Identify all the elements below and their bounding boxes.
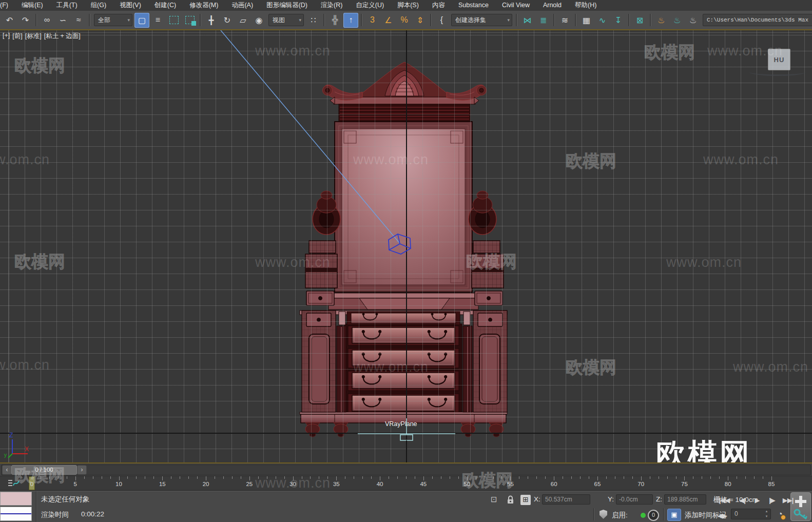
- use-pivot-point-center-icon[interactable]: ∷: [306, 13, 321, 28]
- menu-modifiers[interactable]: 修改器(M): [183, 0, 225, 11]
- curve-editor-icon[interactable]: ∿: [595, 13, 610, 28]
- time-slider-prev-button[interactable]: ‹: [2, 465, 12, 475]
- time-tag-cube-button[interactable]: ▣: [667, 509, 681, 521]
- z-coordinate-field[interactable]: 189.885cm: [664, 494, 706, 505]
- percent-snap-toggle-icon[interactable]: %: [397, 13, 412, 28]
- spinner-snap-toggle-icon[interactable]: ⇕: [413, 13, 428, 28]
- ruler-tick: [84, 476, 85, 479]
- security-zero-badge[interactable]: 0: [648, 510, 659, 521]
- select-and-place-icon[interactable]: ◉: [252, 13, 266, 28]
- select-and-scale-icon[interactable]: ▱: [236, 13, 250, 28]
- ruler-tick: [536, 476, 537, 479]
- select-object-icon[interactable]: ▢: [134, 13, 149, 28]
- menu-edit[interactable]: 编辑(E): [15, 0, 50, 11]
- menu-content[interactable]: 内容: [426, 0, 452, 11]
- render-production-icon[interactable]: ♨: [686, 13, 701, 28]
- track-bar[interactable]: 0510152025303540455055606570758085: [0, 476, 812, 491]
- toggle-ribbon-icon[interactable]: ▦: [579, 13, 594, 28]
- select-and-move-icon[interactable]: ╋: [204, 13, 219, 28]
- frame-spinner[interactable]: ▴▾: [763, 509, 770, 519]
- mirror-icon[interactable]: ⋈: [520, 13, 535, 28]
- snap-toggle-3d-icon[interactable]: 3: [365, 13, 380, 28]
- unlink-icon[interactable]: ∽: [55, 13, 70, 28]
- viewport-menu-pov[interactable]: [前]: [12, 32, 22, 41]
- key-mode-toggle-button[interactable]: ◀▶: [716, 510, 729, 522]
- menu-group[interactable]: 组(G): [84, 0, 113, 11]
- x-coordinate-label: X:: [534, 495, 540, 503]
- window-crossing-toggle-icon[interactable]: [182, 13, 197, 28]
- viewport-menu-general[interactable]: [+]: [3, 32, 10, 41]
- menu-animation[interactable]: 动画(A): [225, 0, 260, 11]
- menu-substance[interactable]: Substance: [452, 0, 495, 11]
- absolute-mode-transform-icon[interactable]: ⊞: [520, 495, 531, 505]
- angle-snap-toggle-icon[interactable]: ∠: [381, 13, 396, 28]
- named-selection-sets-dropdown[interactable]: 创建选择集▾: [451, 14, 512, 26]
- undo-icon[interactable]: ↶: [2, 13, 17, 28]
- ruler-tick: [710, 476, 711, 479]
- edit-named-selection-sets-icon[interactable]: {: [434, 13, 449, 28]
- viewport-menu-shading[interactable]: [粘土 + 边面]: [44, 32, 81, 41]
- viewport-front[interactable]: Z X y [+][前][标准][粘土 + 边面] VRayPlane HU 欧…: [0, 29, 812, 463]
- macro-recorder-mini-listener[interactable]: [0, 492, 32, 506]
- ruler-tick: [606, 476, 607, 479]
- menu-rendering[interactable]: 渲染(R): [314, 0, 349, 11]
- ruler-tick: [528, 476, 528, 479]
- selected-helper-gizmo[interactable]: Z X y: [0, 30, 812, 463]
- select-by-name-icon[interactable]: ≡: [150, 13, 165, 28]
- ruler-tick: [102, 476, 102, 479]
- menu-tools[interactable]: 工具(T): [50, 0, 84, 11]
- project-folder-dropdown[interactable]: C:\Users\Han\Documents\3ds Max 2022▾: [703, 14, 812, 26]
- ruler-tick: [371, 476, 372, 479]
- ruler-tick: [258, 476, 259, 479]
- menu-help[interactable]: 帮助(H): [568, 0, 603, 11]
- select-and-rotate-icon[interactable]: ↻: [220, 13, 235, 28]
- ruler-tick: [641, 476, 642, 480]
- toggle-layer-explorer-icon[interactable]: ≋: [557, 13, 572, 28]
- menu-customize[interactable]: 自定义(U): [349, 0, 391, 11]
- viewport-menu-renderer[interactable]: [标准]: [25, 32, 42, 41]
- menu-graph-editors[interactable]: 图形编辑器(D): [260, 0, 314, 11]
- time-slider-next-button[interactable]: ›: [77, 465, 87, 475]
- menu-create[interactable]: 创建(C): [148, 0, 183, 11]
- menu-file[interactable]: 文件(F): [0, 0, 15, 11]
- ruler-tick: [215, 476, 215, 479]
- mini-curve-editor-button[interactable]: [6, 478, 21, 489]
- maxscript-mini-listener[interactable]: [0, 507, 32, 521]
- time-slider-groove[interactable]: [1, 465, 811, 475]
- redo-icon[interactable]: ↷: [18, 13, 33, 28]
- bind-to-space-warp-icon[interactable]: ≈: [71, 13, 86, 28]
- align-icon[interactable]: ≣: [536, 13, 551, 28]
- svg-text:Z: Z: [9, 432, 13, 439]
- ruler-tick-label: 5: [74, 481, 77, 487]
- viewcube-swirl: [749, 68, 806, 76]
- scene-security-shield-icon[interactable]: [600, 510, 607, 519]
- menu-civil-view[interactable]: Civil View: [495, 0, 536, 11]
- play-button[interactable]: ▶: [749, 494, 765, 507]
- ruler-tick: [545, 476, 546, 479]
- x-coordinate-field[interactable]: 50.537cm: [542, 494, 590, 505]
- rendered-frame-window-icon[interactable]: ♨: [670, 13, 685, 28]
- selection-lock-toggle-icon[interactable]: [507, 495, 514, 506]
- y-coordinate-field[interactable]: -0.0cm: [616, 494, 653, 505]
- go-to-end-button[interactable]: ▶▶|: [779, 494, 797, 507]
- select-and-manipulate-icon[interactable]: ╬: [327, 13, 342, 28]
- rectangular-selection-region-icon[interactable]: [166, 13, 181, 28]
- isolate-selection-toggle-icon[interactable]: ⊡: [491, 495, 497, 504]
- schematic-view-icon[interactable]: ↧: [611, 13, 626, 28]
- next-frame-button[interactable]: |▶: [766, 494, 778, 507]
- reference-coordinate-system-dropdown[interactable]: 视图▾: [268, 14, 304, 26]
- render-setup-icon[interactable]: ♨: [654, 13, 669, 28]
- previous-frame-button[interactable]: ◀|: [736, 494, 748, 507]
- ruler-tick-label: 25: [246, 481, 253, 487]
- scene-explorer-icon[interactable]: ⊠: [632, 13, 647, 28]
- time-configuration-icon[interactable]: ◔: [774, 508, 786, 520]
- time-slider-handle[interactable]: 0 / 100: [11, 465, 77, 475]
- menu-arnold[interactable]: Arnold: [536, 0, 568, 11]
- menu-views[interactable]: 视图(V): [113, 0, 148, 11]
- keyboard-shortcut-override-icon[interactable]: ↑: [343, 13, 358, 28]
- go-to-start-button[interactable]: |◀◀: [716, 494, 733, 507]
- link-icon[interactable]: ∞: [40, 13, 54, 28]
- menu-scripting[interactable]: 脚本(S): [391, 0, 426, 11]
- statusbar-divider: [36, 491, 37, 522]
- selection-filter-dropdown[interactable]: 全部▾: [94, 14, 132, 26]
